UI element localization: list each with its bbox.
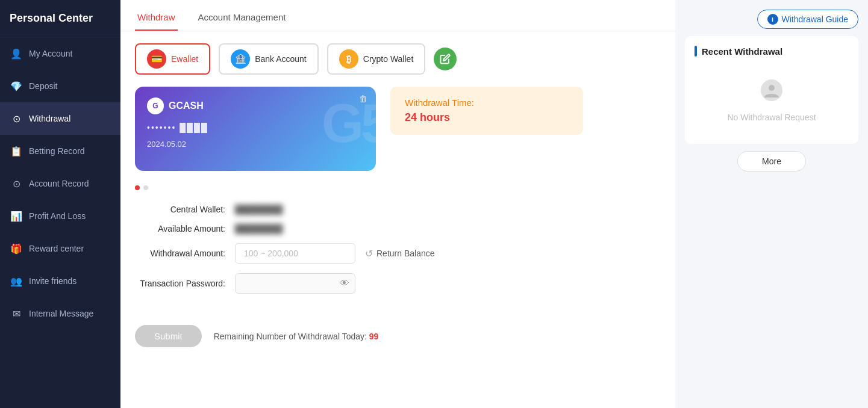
- dot-active: [135, 185, 140, 190]
- svg-point-1: [769, 85, 775, 91]
- return-icon: ↺: [365, 248, 373, 259]
- betting-record-icon: 📋: [10, 144, 23, 158]
- tabs-bar: Withdraw Account Management: [120, 0, 675, 31]
- crypto-icon: ₿: [339, 49, 358, 69]
- sidebar-title: Personal Center: [0, 0, 120, 37]
- ewallet-icon: 💳: [147, 49, 166, 69]
- form-row-withdrawal-amount: Withdrawal Amount: ↺ Return Balance: [135, 243, 661, 264]
- transaction-password-input[interactable]: [235, 273, 355, 294]
- no-withdrawal-text: No Withdrawal Request: [727, 113, 816, 122]
- sidebar-item-betting-record[interactable]: 📋 Betting Record: [0, 135, 120, 167]
- payment-methods: 💳 Ewallet 🏦 Bank Account ₿ Crypto Wallet: [120, 31, 675, 87]
- sidebar: Personal Center 👤 My Account 💎 Deposit ⊙…: [0, 0, 120, 408]
- sidebar-item-deposit[interactable]: 💎 Deposit: [0, 70, 120, 102]
- sidebar-item-label: Invite friends: [29, 276, 76, 286]
- crypto-wallet-button[interactable]: ₿ Crypto Wallet: [327, 43, 426, 75]
- info-icon: i: [767, 14, 778, 25]
- tab-withdraw[interactable]: Withdraw: [135, 7, 178, 31]
- form-row-central-wallet: Central Wallet: ████████: [135, 205, 661, 214]
- more-button[interactable]: More: [737, 151, 806, 172]
- sidebar-item-internal-message[interactable]: ✉ Internal Message: [0, 297, 120, 330]
- reward-icon: 🎁: [10, 242, 23, 255]
- gcash-card: G5 🗑 G GCASH ••••••• ████ 2024.05.02: [135, 87, 376, 171]
- sidebar-item-invite-friends[interactable]: 👥 Invite friends: [0, 265, 120, 297]
- withdrawal-icon: ⊙: [10, 112, 23, 125]
- my-account-icon: 👤: [10, 47, 23, 60]
- withdrawal-amount-label: Withdrawal Amount:: [135, 249, 225, 258]
- bank-icon: 🏦: [231, 49, 250, 69]
- main-content: Withdraw Account Management 💳 Ewallet 🏦 …: [120, 0, 868, 408]
- sidebar-item-withdrawal[interactable]: ⊙ Withdrawal: [0, 102, 120, 135]
- password-field: 👁: [235, 273, 355, 294]
- form-row-available-amount: Available Amount: ████████: [135, 224, 661, 233]
- central-wallet-value: ████████: [235, 205, 283, 214]
- right-panel: i Withdrawal Guide Recent Withdrawal: [675, 0, 868, 408]
- no-withdrawal-placeholder: No Withdrawal Request: [695, 66, 849, 134]
- eye-icon[interactable]: 👁: [340, 278, 349, 289]
- return-balance-button[interactable]: ↺ Return Balance: [365, 248, 435, 259]
- dot-inactive: [143, 185, 148, 190]
- sidebar-item-profit-and-loss[interactable]: 📊 Profit And Loss: [0, 200, 120, 232]
- form-row-transaction-password: Transaction Password: 👁: [135, 273, 661, 294]
- remaining-count: 99: [369, 332, 379, 341]
- withdrawal-amount-input[interactable]: [235, 243, 355, 264]
- title-bar-decoration: [695, 46, 697, 57]
- remaining-text: Remaining Number of Withdrawal Today: 99: [214, 332, 379, 341]
- withdrawal-time-box: Withdrawal Time: 24 hours: [390, 87, 583, 135]
- tab-account-management[interactable]: Account Management: [196, 7, 289, 31]
- central-wallet-label: Central Wallet:: [135, 205, 225, 214]
- ewallet-button[interactable]: 💳 Ewallet: [135, 43, 210, 75]
- no-withdrawal-icon: [760, 78, 784, 108]
- recent-withdrawal-card: Recent Withdrawal No Withdrawal Request: [685, 36, 858, 144]
- sidebar-item-label: Account Record: [29, 179, 89, 188]
- sidebar-item-label: Profit And Loss: [29, 211, 86, 221]
- submit-button[interactable]: Submit: [135, 325, 202, 347]
- account-record-icon: ⊙: [10, 177, 23, 190]
- card-dots: [120, 181, 675, 200]
- sidebar-item-account-record[interactable]: ⊙ Account Record: [0, 167, 120, 200]
- card-section: G5 🗑 G GCASH ••••••• ████ 2024.05.02 Wit…: [120, 87, 675, 181]
- available-amount-label: Available Amount:: [135, 224, 225, 233]
- invite-friends-icon: 👥: [10, 274, 23, 288]
- recent-withdrawal-title: Recent Withdrawal: [695, 46, 849, 57]
- sidebar-item-label: Withdrawal: [29, 114, 70, 123]
- sidebar-item-reward-center[interactable]: 🎁 Reward center: [0, 232, 120, 265]
- profit-loss-icon: 📊: [10, 209, 23, 223]
- card-delete-icon[interactable]: 🗑: [359, 94, 367, 104]
- deposit-icon: 💎: [10, 79, 23, 93]
- form-section: Central Wallet: ████████ Available Amoun…: [120, 200, 675, 315]
- sidebar-item-label: Deposit: [29, 81, 57, 91]
- content-area: Withdraw Account Management 💳 Ewallet 🏦 …: [120, 0, 868, 408]
- withdrawal-guide-button[interactable]: i Withdrawal Guide: [757, 10, 859, 29]
- internal-message-icon: ✉: [10, 307, 23, 320]
- available-amount-value: ████████: [235, 224, 283, 233]
- submit-section: Submit Remaining Number of Withdrawal To…: [120, 315, 675, 357]
- sidebar-item-label: My Account: [29, 49, 72, 58]
- gcash-logo-icon: G: [147, 97, 164, 114]
- sidebar-item-label: Reward center: [29, 244, 84, 253]
- bank-account-button[interactable]: 🏦 Bank Account: [219, 43, 319, 75]
- transaction-password-label: Transaction Password:: [135, 279, 225, 288]
- withdrawal-time-value: 24 hours: [405, 111, 569, 124]
- withdrawal-time-label: Withdrawal Time:: [405, 97, 569, 108]
- center-panel: Withdraw Account Management 💳 Ewallet 🏦 …: [120, 0, 675, 408]
- card-provider: GCASH: [169, 100, 204, 111]
- edit-button[interactable]: [434, 48, 457, 70]
- sidebar-item-my-account[interactable]: 👤 My Account: [0, 37, 120, 70]
- card-watermark: G5: [322, 93, 376, 155]
- sidebar-item-label: Betting Record: [29, 146, 85, 156]
- sidebar-item-label: Internal Message: [29, 309, 93, 318]
